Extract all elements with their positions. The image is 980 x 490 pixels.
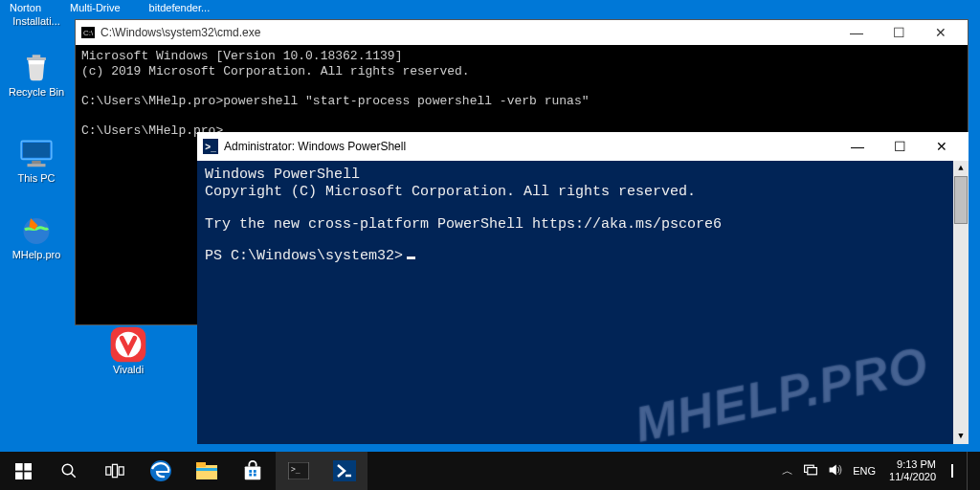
svg-rect-25 [249,474,252,477]
show-desktop-button[interactable] [967,452,972,490]
powershell-body[interactable]: Windows PowerShell Copyright (C) Microso… [197,161,969,444]
svg-line-14 [71,473,76,478]
norton-label: Norton [10,2,41,13]
svg-rect-26 [254,474,256,477]
svg-rect-24 [254,470,256,473]
desktop-icon-installati[interactable]: Installati... [4,13,69,27]
tray-chevron-up-icon[interactable]: ︿ [782,463,793,479]
svg-rect-22 [245,466,261,479]
taskbar-app-edge[interactable] [138,452,184,490]
taskbar-clock[interactable]: 9:13 PM 11/4/2020 [883,458,942,482]
cmd-line: Microsoft Windows [Version 10.0.18362.11… [81,49,402,63]
desktop-icon-recycle-bin[interactable]: Recycle Bin [4,50,69,98]
ps-prompt: PS C:\Windows\system32> [205,248,403,264]
powershell-titlebar[interactable]: >_ Administrator: Windows PowerShell — ☐… [197,132,969,161]
ps-line: Windows PowerShell [205,167,961,184]
ps-line: Copyright (C) Microsoft Corporation. All… [205,184,961,201]
start-button[interactable] [0,452,46,490]
icon-label: Installati... [12,15,60,27]
ps-prompt-line: PS C:\Windows\system32> [205,248,961,265]
svg-point-13 [62,464,73,475]
tray-network-icon[interactable] [803,463,818,479]
svg-rect-5 [28,164,46,167]
multidrive-label: Multi-Drive [70,2,121,13]
tray-language[interactable]: ENG [853,465,876,477]
maximize-button[interactable]: ☐ [878,20,920,45]
task-view-button[interactable] [92,452,138,490]
svg-rect-19 [196,465,217,479]
bitdefender-label: bitdefender... [149,2,211,13]
desktop: Norton Multi-Drive bitdefender... Instal… [0,0,980,452]
svg-rect-12 [24,472,32,479]
clock-date: 11/4/2020 [889,471,936,483]
computer-icon [17,136,56,170]
scrollbar[interactable]: ▲ ▼ [953,161,969,444]
clock-time: 9:13 PM [889,458,936,471]
taskbar-app-cmd[interactable]: >_ [276,452,322,490]
taskbar: >_ ︿ ENG 9:13 PM 11/4/2020 [0,452,980,490]
taskbar-app-store[interactable] [230,452,276,490]
taskbar-app-powershell[interactable] [322,452,368,490]
search-button[interactable] [46,452,92,490]
svg-rect-3 [23,143,51,158]
svg-rect-17 [119,467,123,475]
svg-text:>_: >_ [291,464,301,474]
svg-rect-16 [113,464,118,477]
cmd-line: (c) 2019 Microsoft Corporation. All righ… [81,64,470,78]
svg-rect-4 [32,161,41,164]
maximize-button[interactable]: ☐ [879,134,921,159]
svg-rect-10 [24,463,32,471]
cursor [407,256,415,259]
icon-label: This PC [17,172,55,184]
system-tray: ︿ ENG 9:13 PM 11/4/2020 [776,452,980,490]
cmd-title-text: C:\Windows\system32\cmd.exe [100,26,260,39]
icon-label: Vivaldi [113,364,144,375]
watermark: MHELP.PRO [629,334,933,456]
icon-label: Recycle Bin [9,86,64,98]
desktop-icon-mhelp[interactable]: MHelp.pro [4,212,69,260]
close-button[interactable]: ✕ [920,20,962,45]
ps-line: Try the new cross-platform PowerShell ht… [205,216,961,234]
icon-label: MHelp.pro [12,249,61,260]
svg-point-6 [24,218,50,244]
vivaldi-icon [109,327,147,362]
desktop-icon-vivaldi[interactable]: Vivaldi [96,327,161,375]
tray-volume-icon[interactable] [828,463,843,479]
cmd-line: C:\Users\MHelp.pro>powershell "start-pro… [81,94,590,108]
powershell-icon: >_ [203,139,218,154]
svg-rect-20 [196,462,206,467]
svg-rect-0 [33,55,41,57]
recycle-bin-icon [17,50,56,84]
svg-rect-9 [15,463,23,471]
minimize-button[interactable]: — [836,134,879,159]
cmd-body[interactable]: Microsoft Windows [Version 10.0.18362.11… [76,45,968,143]
powershell-window[interactable]: >_ Administrator: Windows PowerShell — ☐… [197,132,969,444]
svg-rect-21 [196,468,217,471]
globe-icon [17,212,56,247]
cmd-titlebar[interactable]: C:\ C:\Windows\system32\cmd.exe — ☐ ✕ [76,20,968,45]
powershell-title-text: Administrator: Windows PowerShell [224,140,406,153]
svg-rect-11 [15,472,23,479]
minimize-button[interactable]: — [835,20,878,45]
taskbar-app-explorer[interactable] [184,452,230,490]
top-row-labels: Norton Multi-Drive bitdefender... [0,2,980,13]
desktop-icon-this-pc[interactable]: This PC [4,136,69,184]
scroll-thumb[interactable] [954,176,968,224]
svg-rect-23 [249,470,252,473]
cmd-icon: C:\ [81,27,95,38]
svg-rect-31 [808,468,817,475]
notifications-button[interactable] [944,465,961,477]
scroll-down-arrow[interactable]: ▼ [953,429,969,444]
close-button[interactable]: ✕ [921,134,963,159]
scroll-up-arrow[interactable]: ▲ [953,161,969,176]
svg-rect-15 [106,467,111,475]
svg-rect-1 [27,57,46,60]
